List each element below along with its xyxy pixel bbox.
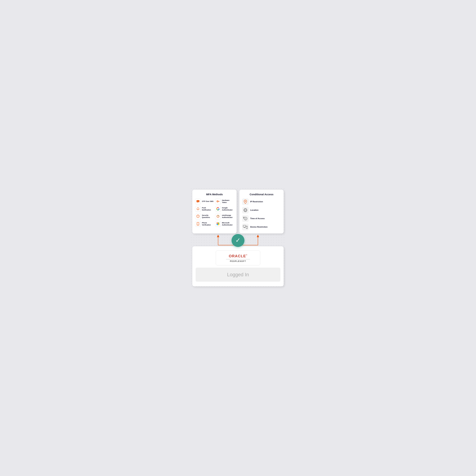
conditional-title: Conditional Access bbox=[242, 193, 281, 196]
svg-text:24: 24 bbox=[245, 219, 246, 220]
microsoft-auth-label: Microsoft Authenticator bbox=[222, 222, 234, 226]
svg-marker-30 bbox=[217, 235, 219, 237]
svg-point-1 bbox=[197, 201, 198, 201]
otp-sms-icon bbox=[195, 199, 201, 204]
cond-time-of-access: 24 Time of Access bbox=[242, 215, 281, 222]
method-security-questions: ? Security Questions bbox=[195, 214, 214, 219]
svg-rect-7 bbox=[218, 201, 219, 202]
arrows-section: ✓ bbox=[192, 233, 284, 247]
main-container: MFA Methods OTP Over SMS bbox=[192, 190, 284, 287]
svg-marker-4 bbox=[197, 202, 198, 203]
push-notification-icon bbox=[195, 206, 201, 212]
svg-point-6 bbox=[217, 201, 218, 202]
svg-point-28 bbox=[247, 228, 247, 228]
oracle-logo-container: ORACLE ® PEOPLESOFT bbox=[216, 251, 260, 265]
device-restriction-icon bbox=[242, 224, 249, 230]
time-of-access-icon: 24 bbox=[242, 215, 249, 222]
svg-point-18 bbox=[245, 201, 246, 202]
oracle-registered-icon: ® bbox=[246, 254, 247, 256]
conditional-panel: Conditional Access IP Restriction bbox=[239, 190, 284, 233]
hardware-token-label: Hardware Token bbox=[222, 199, 234, 204]
svg-point-3 bbox=[198, 201, 199, 201]
hardware-token-icon bbox=[215, 199, 221, 204]
phone-verification-icon bbox=[195, 221, 201, 227]
oracle-text: ORACLE bbox=[229, 254, 246, 258]
location-icon bbox=[242, 207, 249, 213]
logged-in-text: Logged In bbox=[227, 272, 249, 277]
svg-point-2 bbox=[198, 201, 198, 201]
ip-restriction-icon bbox=[242, 199, 249, 205]
svg-rect-8 bbox=[219, 201, 219, 201]
otp-sms-label: OTP Over SMS bbox=[202, 200, 214, 203]
logged-in-box: Logged In bbox=[196, 268, 280, 282]
peoplesoft-text: PEOPLESOFT bbox=[230, 260, 246, 262]
miniorange-auth-icon bbox=[215, 214, 221, 219]
security-questions-label: Security Questions bbox=[202, 214, 214, 219]
conditional-grid: IP Restriction Location bbox=[242, 199, 281, 230]
svg-point-15 bbox=[218, 216, 218, 217]
method-phone-verification: Phone Verification bbox=[195, 221, 214, 227]
method-hardware-token: Hardware Token bbox=[215, 199, 234, 204]
method-google-auth: Google Authenticator bbox=[215, 206, 234, 212]
device-restriction-label: Device Restriction bbox=[250, 226, 268, 228]
microsoft-auth-icon bbox=[215, 221, 221, 227]
method-miniorange-auth: miniOrange Authenticator bbox=[215, 214, 234, 219]
mfa-panel: MFA Methods OTP Over SMS bbox=[192, 190, 237, 233]
oracle-divider bbox=[226, 259, 250, 259]
bottom-panel: ORACLE ® PEOPLESOFT Logged In bbox=[192, 246, 284, 287]
cond-device-restriction: Device Restriction bbox=[242, 224, 281, 230]
svg-point-16 bbox=[198, 225, 198, 225]
mfa-method-grid: OTP Over SMS Hardware Token bbox=[195, 199, 234, 227]
method-microsoft-auth: Microsoft Authenticator bbox=[215, 221, 234, 227]
method-push-notification: Push Notification bbox=[195, 206, 214, 212]
cond-location: Location bbox=[242, 207, 281, 213]
svg-rect-10 bbox=[197, 209, 199, 210]
location-label: Location bbox=[250, 209, 258, 211]
svg-rect-9 bbox=[219, 202, 219, 202]
security-questions-icon: ? bbox=[195, 214, 201, 219]
google-auth-label: Google Authenticator bbox=[222, 207, 234, 211]
push-notification-label: Push Notification bbox=[202, 207, 214, 211]
time-of-access-label: Time of Access bbox=[250, 217, 265, 220]
google-auth-icon bbox=[215, 206, 221, 212]
checkmark-icon: ✓ bbox=[236, 237, 240, 243]
cond-ip-restriction: IP Restriction bbox=[242, 199, 281, 205]
svg-rect-24 bbox=[243, 225, 246, 227]
mfa-title: MFA Methods bbox=[195, 193, 234, 196]
ip-restriction-label: IP Restriction bbox=[250, 201, 263, 203]
top-section: MFA Methods OTP Over SMS bbox=[192, 190, 284, 233]
oracle-logo: ORACLE ® bbox=[229, 254, 247, 258]
method-otp-sms: OTP Over SMS bbox=[195, 199, 214, 204]
center-checkmark-circle: ✓ bbox=[232, 234, 244, 247]
miniorange-auth-label: miniOrange Authenticator bbox=[222, 214, 234, 219]
svg-marker-32 bbox=[257, 235, 259, 237]
svg-text:?: ? bbox=[197, 215, 199, 217]
phone-verification-label: Phone Verification bbox=[202, 222, 214, 226]
